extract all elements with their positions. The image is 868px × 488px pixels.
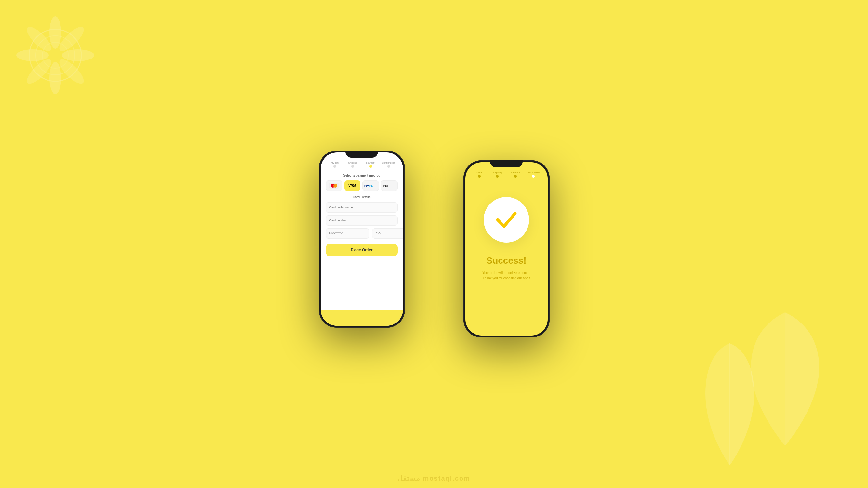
phone-success: My cart Shipping Payment Confirmation <box>463 160 550 337</box>
watermark: مستقل mostaql.com <box>398 474 470 482</box>
svg-text:Pal: Pal <box>369 184 373 187</box>
main-container: My cart Shipping Payment Confirmation <box>0 0 868 488</box>
s-step-confirmation-label: Confirmation <box>527 171 540 174</box>
s-step-cart-label: My cart <box>476 171 483 174</box>
step-payment-dot <box>369 165 372 168</box>
step-confirmation-dot <box>388 165 390 168</box>
success-desc-line1: Your order will be delivered soon. <box>482 271 530 275</box>
checkmark-icon <box>495 210 518 230</box>
expiry-input[interactable] <box>326 228 369 239</box>
phone-screen-1: My cart Shipping Payment Confirmation <box>321 153 403 326</box>
card-number-input[interactable] <box>326 215 398 226</box>
paypal-icon: Pay Pal <box>364 184 377 188</box>
success-description: Your order will be delivered soon. Thank… <box>472 270 540 281</box>
place-order-button[interactable]: Place Order <box>326 244 398 256</box>
s-step-payment-dot <box>514 175 517 177</box>
phone-notch-2 <box>490 160 523 167</box>
place-order-label: Place Order <box>350 248 372 252</box>
visa-label: VISA <box>348 184 357 188</box>
phone-payment: My cart Shipping Payment Confirmation <box>319 151 405 328</box>
cardholder-name-input[interactable] <box>326 202 398 213</box>
cvv-input[interactable] <box>372 228 403 239</box>
s-step-confirmation: Confirmation <box>524 171 542 177</box>
visa-button[interactable]: VISA <box>344 181 360 191</box>
step-confirmation-label: Confirmation <box>382 162 395 164</box>
s-step-cart-dot <box>478 175 480 177</box>
mastercard-button[interactable] <box>326 181 342 191</box>
step-payment: Payment <box>362 162 379 168</box>
s-step-shipping-label: Shipping <box>493 171 502 174</box>
apple-pay-button[interactable]: Pay <box>381 181 397 191</box>
success-check-circle <box>484 197 529 242</box>
success-desc-line2: Thank you for choosing our app ! <box>483 276 530 280</box>
yellow-bottom-bar <box>321 310 403 326</box>
s-step-shipping: Shipping <box>489 171 506 177</box>
svg-text:Pay: Pay <box>364 184 369 187</box>
card-details-title: Card Details <box>326 195 398 199</box>
payment-section: Select a payment method <box>321 171 403 310</box>
phone-notch-1 <box>345 151 378 158</box>
step-shipping: Shipping <box>344 162 362 168</box>
s-step-payment: Payment <box>506 171 524 177</box>
payment-methods-container: VISA Pay Pal Pay <box>326 181 398 191</box>
paypal-button[interactable]: Pay Pal <box>362 181 379 191</box>
step-cart-label: My cart <box>331 162 339 164</box>
success-screen: My cart Shipping Payment Confirmation <box>465 162 548 335</box>
s-step-payment-label: Payment <box>511 171 520 174</box>
step-shipping-label: Shipping <box>348 162 357 164</box>
step-shipping-dot <box>351 165 354 168</box>
card-row-expiry-cvv <box>326 228 398 239</box>
mastercard-icon <box>330 183 339 189</box>
svg-text:Pay: Pay <box>383 184 388 187</box>
s-step-confirmation-dot <box>532 175 535 177</box>
phone-screen-2: My cart Shipping Payment Confirmation <box>465 162 548 335</box>
apple-pay-icon: Pay <box>383 183 395 188</box>
step-confirmation: Confirmation <box>379 162 397 168</box>
payment-method-title: Select a payment method <box>326 174 398 177</box>
s-step-cart: My cart <box>471 171 489 177</box>
s-step-shipping-dot <box>496 175 499 177</box>
step-cart: My cart <box>326 162 344 168</box>
success-title: Success! <box>487 256 527 266</box>
payment-screen: My cart Shipping Payment Confirmation <box>321 153 403 326</box>
step-cart-dot <box>333 165 336 168</box>
step-payment-label: Payment <box>366 162 375 164</box>
progress-line <box>331 168 393 168</box>
